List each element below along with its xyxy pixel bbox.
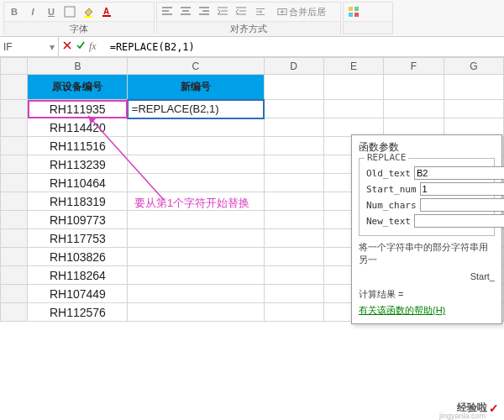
col-header-D[interactable]: D bbox=[264, 58, 323, 75]
cell[interactable]: RH107449 bbox=[28, 285, 128, 303]
cell[interactable] bbox=[264, 211, 323, 229]
row-header[interactable] bbox=[1, 137, 28, 155]
row-header[interactable] bbox=[1, 229, 28, 248]
styles-button[interactable] bbox=[345, 4, 362, 19]
dialog-desc2: Start_ bbox=[359, 270, 495, 283]
underline-button[interactable]: U bbox=[43, 4, 60, 19]
align-left-icon[interactable] bbox=[159, 4, 176, 19]
row-header[interactable] bbox=[1, 211, 28, 229]
row-header[interactable] bbox=[1, 118, 28, 137]
cell[interactable]: RH118264 bbox=[28, 266, 128, 285]
start-num-input[interactable] bbox=[420, 182, 504, 196]
svg-rect-3 bbox=[102, 15, 111, 17]
ribbon-group-align: 合并后居 对齐方式 bbox=[156, 2, 341, 34]
cell[interactable] bbox=[264, 75, 323, 100]
ribbon-group-font-label: 字体 bbox=[4, 21, 154, 36]
ribbon: B I U A 字体 合并后居 bbox=[0, 0, 504, 37]
cell[interactable] bbox=[264, 285, 323, 303]
new-text-input[interactable] bbox=[414, 214, 504, 228]
col-header-F[interactable]: F bbox=[384, 58, 444, 75]
old-text-input[interactable] bbox=[414, 166, 504, 180]
align-right-icon[interactable] bbox=[196, 4, 213, 19]
cell[interactable] bbox=[264, 137, 323, 155]
num-chars-label: Num_chars bbox=[366, 200, 417, 211]
cell[interactable] bbox=[264, 118, 323, 137]
cell[interactable] bbox=[384, 75, 444, 100]
cell[interactable] bbox=[264, 229, 323, 248]
decrease-indent-icon[interactable] bbox=[233, 4, 249, 19]
cell[interactable] bbox=[128, 229, 264, 248]
fill-color-button[interactable] bbox=[80, 4, 97, 19]
row-header[interactable] bbox=[1, 285, 28, 303]
row-header[interactable] bbox=[1, 303, 28, 322]
row-header[interactable] bbox=[1, 174, 28, 192]
cell[interactable] bbox=[264, 192, 323, 211]
svg-rect-8 bbox=[354, 13, 359, 17]
select-all-corner[interactable] bbox=[1, 58, 28, 75]
name-box[interactable]: IF▾ bbox=[0, 37, 59, 56]
cell[interactable] bbox=[128, 285, 264, 303]
svg-text:A: A bbox=[103, 7, 109, 16]
cell[interactable]: RH112576 bbox=[28, 303, 128, 322]
cell[interactable]: RH109773 bbox=[28, 211, 128, 229]
column-header-row: B C D E F G bbox=[1, 58, 504, 75]
cell[interactable]: RH117753 bbox=[28, 229, 128, 248]
cell[interactable] bbox=[323, 100, 383, 118]
cell[interactable] bbox=[264, 155, 323, 174]
col-header-E[interactable]: E bbox=[323, 58, 383, 75]
row-header[interactable] bbox=[1, 155, 28, 174]
dialog-result: 计算结果 = bbox=[359, 288, 495, 301]
col-header-G[interactable]: G bbox=[444, 58, 503, 75]
watermark: 经验啦 ✓ jingyanla.com bbox=[457, 401, 499, 415]
row-header[interactable] bbox=[1, 192, 28, 211]
confirm-icon[interactable] bbox=[76, 40, 86, 53]
cell[interactable] bbox=[264, 248, 323, 266]
cell[interactable] bbox=[264, 174, 323, 192]
font-color-button[interactable]: A bbox=[98, 4, 115, 19]
align-center-icon[interactable] bbox=[177, 4, 194, 19]
col-header-B[interactable]: B bbox=[28, 58, 128, 75]
border-button[interactable] bbox=[61, 4, 78, 19]
cell[interactable] bbox=[128, 248, 264, 266]
header-original[interactable]: 原设备编号 bbox=[28, 75, 128, 100]
cell[interactable] bbox=[264, 266, 323, 285]
row-header[interactable] bbox=[1, 248, 28, 266]
svg-rect-0 bbox=[65, 7, 75, 17]
cell[interactable] bbox=[264, 100, 323, 118]
cell[interactable]: RH103826 bbox=[28, 248, 128, 266]
svg-line-9 bbox=[88, 116, 164, 200]
dialog-help-link[interactable]: 有关该函数的帮助(H) bbox=[359, 305, 445, 315]
cell[interactable] bbox=[444, 75, 503, 100]
header-new[interactable]: 新编号 bbox=[128, 75, 264, 100]
fx-icon[interactable]: fx bbox=[89, 40, 97, 53]
dialog-fn-name: REPLACE bbox=[365, 152, 408, 163]
bold-button[interactable]: B bbox=[6, 4, 23, 19]
ribbon-group-font: B I U A 字体 bbox=[3, 2, 155, 34]
cell[interactable] bbox=[444, 100, 503, 118]
col-header-C[interactable]: C bbox=[128, 58, 264, 75]
start-num-label: Start_num bbox=[366, 184, 417, 195]
wrap-text-button[interactable] bbox=[251, 4, 271, 19]
cell[interactable] bbox=[323, 75, 383, 100]
cell[interactable] bbox=[384, 100, 444, 118]
check-icon: ✓ bbox=[489, 402, 499, 415]
svg-rect-1 bbox=[84, 16, 92, 18]
italic-button[interactable]: I bbox=[24, 4, 41, 19]
formula-bar: IF▾ fx =REPLACE(B2,1) bbox=[0, 37, 504, 57]
merge-button[interactable]: 合并后居 bbox=[273, 4, 330, 19]
cell[interactable] bbox=[128, 211, 264, 229]
function-arguments-dialog: 函数参数 REPLACE Old_text Start_num Num_char… bbox=[351, 134, 502, 324]
row-header[interactable] bbox=[1, 100, 28, 118]
cell[interactable] bbox=[128, 266, 264, 285]
old-text-label: Old_text bbox=[366, 168, 411, 179]
num-chars-input[interactable] bbox=[420, 198, 504, 212]
row-header[interactable] bbox=[1, 266, 28, 285]
cancel-icon[interactable] bbox=[62, 40, 72, 53]
cell[interactable] bbox=[264, 303, 323, 322]
dialog-desc: 将一个字符串中的部分字符串用另一 bbox=[359, 241, 495, 267]
row-header[interactable] bbox=[1, 75, 28, 100]
formula-input[interactable]: =REPLACE(B2,1) bbox=[105, 37, 504, 56]
increase-indent-icon[interactable] bbox=[214, 4, 231, 19]
ribbon-group-align-label: 对齐方式 bbox=[157, 21, 340, 36]
cell[interactable] bbox=[128, 303, 264, 322]
